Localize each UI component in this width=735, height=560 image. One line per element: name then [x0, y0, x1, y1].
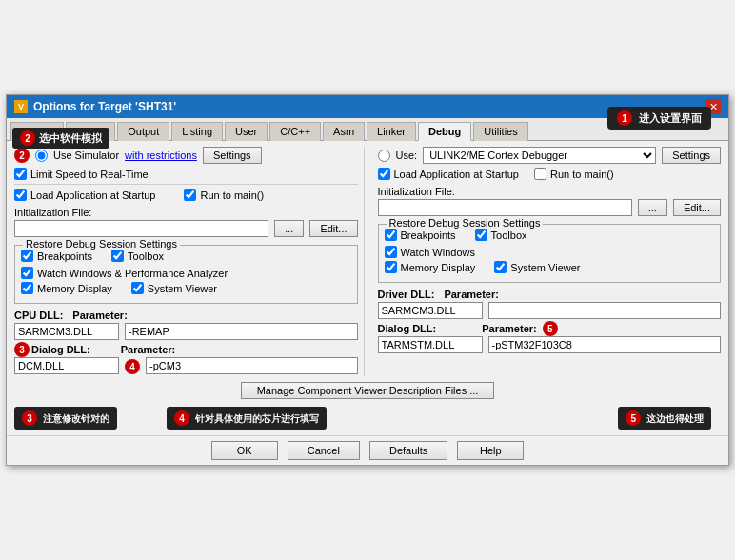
- tab-listing[interactable]: Listing: [171, 122, 223, 141]
- system-viewer-label-left: System Viewer: [148, 283, 217, 294]
- load-app-checkbox-left[interactable]: [14, 189, 27, 201]
- cpu-dll-row: [14, 323, 358, 340]
- memory-display-checkbox-right[interactable]: [385, 261, 397, 273]
- tab-linker[interactable]: Linker: [367, 122, 416, 141]
- load-app-checkbox-right[interactable]: [378, 168, 390, 180]
- dialog-dll-param-input-right[interactable]: [488, 336, 722, 353]
- browse-btn-left[interactable]: ...: [274, 220, 304, 237]
- tab-user[interactable]: User: [225, 122, 268, 141]
- breakpoints-checkbox-right[interactable]: [385, 229, 397, 241]
- driver-dll-row: [378, 302, 722, 319]
- right-settings-button[interactable]: Settings: [662, 147, 721, 164]
- init-file-section-left: Initialization File: ... Edit...: [14, 207, 358, 237]
- dialog-dll-param-input-left[interactable]: [146, 357, 358, 374]
- cancel-button[interactable]: Cancel: [288, 441, 360, 460]
- driver-dll-param-label: Parameter:: [444, 289, 498, 300]
- cpu-dll-param-label: Parameter:: [72, 310, 127, 321]
- cpu-dll-input[interactable]: [14, 323, 119, 340]
- help-button[interactable]: Help: [457, 441, 524, 460]
- dialog-dll-row-right: [378, 336, 722, 353]
- driver-dll-input[interactable]: [378, 302, 483, 319]
- init-file-label-right: Initialization File:: [378, 186, 722, 197]
- driver-dll-section: Driver DLL: Parameter: Dialog DLL: Param…: [378, 289, 722, 353]
- bottom-bar: OK Cancel Defaults Help: [7, 435, 728, 465]
- init-file-section-right: Initialization File: ... Edit...: [378, 186, 722, 216]
- restrictions-link[interactable]: with restrictions: [125, 150, 197, 161]
- init-file-input-right[interactable]: [378, 199, 632, 216]
- cpu-dll-section: CPU DLL: Parameter: 3 Dialog DLL: Parame…: [14, 310, 358, 374]
- annotation-bubble-5: 5 这边也得处理: [618, 407, 711, 430]
- left-settings-button[interactable]: Settings: [203, 147, 262, 164]
- limit-speed-checkbox[interactable]: [14, 168, 27, 180]
- run-to-main-checkbox-left[interactable]: [184, 189, 196, 201]
- toolbox-checkbox-left[interactable]: [111, 250, 124, 262]
- system-viewer-checkbox-left[interactable]: [131, 282, 144, 294]
- cpu-dll-label: CPU DLL:: [14, 310, 63, 321]
- simulator-row: 2 Use Simulator with restrictions Settin…: [14, 147, 358, 164]
- toolbox-label-left: Toolbox: [128, 250, 164, 262]
- tab-utilities[interactable]: Utilities: [473, 122, 527, 141]
- dialog-dll-label-right: Dialog DLL:: [378, 323, 437, 334]
- tab-cpp[interactable]: C/C++: [269, 122, 321, 141]
- breakpoints-label-left: Breakpoints: [37, 250, 92, 262]
- dialog-dll-param-label-left: Parameter:: [121, 344, 175, 355]
- toolbox-checkbox-right[interactable]: [475, 229, 487, 241]
- manage-btn-row: Manage Component Viewer Description File…: [14, 382, 721, 399]
- use-label: Use:: [396, 150, 418, 161]
- breakpoints-label-right: Breakpoints: [401, 230, 456, 241]
- system-viewer-checkbox-right[interactable]: [494, 261, 507, 273]
- watch-windows-checkbox-right[interactable]: [385, 246, 397, 258]
- window-title: Options for Target 'SHT31': [33, 100, 176, 113]
- ok-button[interactable]: OK: [211, 441, 278, 460]
- restore-group-left: Restore Debug Session Settings Breakpoin…: [14, 245, 358, 304]
- watch-windows-label-left: Watch Windows & Performance Analyzer: [37, 268, 228, 279]
- close-button[interactable]: ✕: [705, 99, 721, 114]
- system-viewer-label-right: System Viewer: [510, 262, 580, 273]
- run-to-main-label-right: Run to main(): [550, 169, 614, 180]
- toolbox-label-right: Toolbox: [491, 230, 527, 241]
- debugger-select[interactable]: ULINK2/ME Cortex Debugger: [423, 147, 656, 164]
- cpu-dll-param-input[interactable]: [125, 323, 358, 340]
- edit-btn-right[interactable]: Edit...: [673, 199, 721, 216]
- tabs-bar: Device Target Output Listing User C/C++ …: [7, 118, 728, 141]
- restore-group-right: Restore Debug Session Settings Breakpoin…: [378, 224, 722, 283]
- driver-dll-param-input[interactable]: [488, 302, 722, 319]
- annotation-row: 3 注意修改针对的 4 针对具体使用的芯片进行填写 5 这边也得处理: [14, 403, 721, 430]
- init-file-input-left[interactable]: [14, 220, 268, 237]
- breakpoints-checkbox-left[interactable]: [21, 250, 33, 262]
- watch-windows-checkbox-left[interactable]: [21, 267, 33, 279]
- tab-output[interactable]: Output: [117, 122, 169, 141]
- dialog-dll-row-left: 4: [14, 357, 358, 374]
- load-app-label-left: Load Application at Startup: [30, 190, 155, 201]
- dialog-dll-label-left: Dialog DLL:: [31, 344, 90, 355]
- tab-device[interactable]: Device: [10, 122, 64, 141]
- memory-display-checkbox-left[interactable]: [21, 282, 33, 294]
- memory-display-label-left: Memory Display: [37, 283, 112, 294]
- main-content: 2 Use Simulator with restrictions Settin…: [7, 141, 728, 435]
- run-to-main-checkbox-right[interactable]: [534, 168, 546, 180]
- limit-speed-label: Limit Speed to Real-Time: [30, 169, 149, 180]
- use-debugger-radio[interactable]: [378, 150, 390, 162]
- load-app-label-right: Load Application at Startup: [394, 169, 519, 180]
- annotation-num-4: 4: [125, 359, 140, 374]
- dialog-dll-input-right[interactable]: [378, 336, 483, 353]
- restore-group-label-left: Restore Debug Session Settings: [23, 238, 180, 250]
- annotation-num-5: 5: [543, 321, 558, 336]
- tab-target[interactable]: Target: [66, 122, 116, 141]
- defaults-button[interactable]: Defaults: [369, 441, 447, 460]
- restore-group-label-right: Restore Debug Session Settings: [387, 217, 544, 229]
- a3-num: 3: [22, 410, 37, 426]
- tab-asm[interactable]: Asm: [323, 122, 365, 141]
- main-window: V Options for Target 'SHT31' ✕ Device Ta…: [6, 94, 729, 466]
- debugger-row: Use: ULINK2/ME Cortex Debugger Settings: [378, 147, 722, 164]
- limit-speed-row: Limit Speed to Real-Time: [14, 168, 358, 180]
- app-icon: V: [14, 100, 28, 113]
- tab-debug[interactable]: Debug: [418, 122, 471, 141]
- simulator-label: Use Simulator: [53, 150, 119, 161]
- browse-btn-right[interactable]: ...: [638, 199, 667, 216]
- dialog-dll-input-left[interactable]: [14, 357, 119, 374]
- edit-btn-left[interactable]: Edit...: [309, 220, 357, 237]
- use-simulator-radio[interactable]: [35, 150, 48, 162]
- watch-windows-label-right: Watch Windows: [401, 247, 475, 258]
- manage-component-button[interactable]: Manage Component Viewer Description File…: [241, 382, 495, 399]
